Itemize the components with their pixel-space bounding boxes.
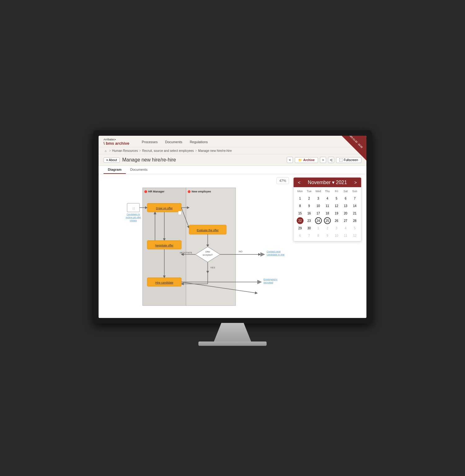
- day-header-fri: Fri: [332, 189, 341, 193]
- calendar-day[interactable]: 23: [306, 217, 312, 224]
- calendar-day[interactable]: 13: [342, 202, 349, 209]
- cal-next[interactable]: >: [353, 180, 358, 185]
- calendar-day[interactable]: 11: [342, 232, 349, 239]
- calendar-day[interactable]: 18: [324, 210, 331, 217]
- calendar-day[interactable]: 12: [333, 202, 340, 209]
- home-icon[interactable]: ⌂: [104, 148, 108, 153]
- svg-text:Offer: Offer: [205, 251, 210, 253]
- calendar-day[interactable]: 14: [351, 202, 358, 209]
- calendar-day[interactable]: 7: [306, 232, 312, 239]
- page-title: Manage new hire/re-hire: [122, 157, 176, 163]
- breadcrumb-recruit[interactable]: Recruit, source and select employees: [142, 149, 194, 152]
- calendar-day[interactable]: 3: [333, 225, 340, 231]
- calendar-day[interactable]: 26: [333, 217, 340, 224]
- svg-text:NEGOTIATE: NEGOTIATE: [180, 252, 192, 254]
- svg-text:Contact next: Contact next: [267, 250, 281, 253]
- calendar-day[interactable]: 4: [324, 195, 331, 202]
- calendar-day[interactable]: 3: [315, 195, 322, 202]
- calendar-day[interactable]: 28: [351, 217, 358, 224]
- calendar-day[interactable]: 11: [324, 202, 331, 209]
- svg-marker-43: [257, 280, 262, 284]
- logo-slash: \: [104, 141, 105, 146]
- calendar-day[interactable]: 1: [315, 225, 322, 231]
- tab-diagram[interactable]: Diagram: [104, 166, 126, 174]
- tab-documents[interactable]: Documents: [126, 166, 152, 174]
- svg-text:New employee: New employee: [192, 190, 211, 193]
- svg-text:candidate in line: candidate in line: [267, 253, 285, 256]
- nav-processes[interactable]: Processes: [142, 140, 157, 144]
- calendar-day[interactable]: 4: [342, 225, 349, 231]
- day-header-sat: Sat: [341, 189, 350, 193]
- calendar-day[interactable]: 2: [324, 225, 331, 231]
- breadcrumb-sep: >: [109, 149, 111, 152]
- calendar-day[interactable]: 19: [333, 210, 340, 217]
- archive-icon: 📁: [298, 158, 302, 162]
- svg-text:Candidates to: Candidates to: [126, 213, 140, 215]
- calendar-day[interactable]: 9: [306, 202, 312, 209]
- calendar-day[interactable]: 16: [306, 210, 312, 217]
- calendar-day[interactable]: 15: [297, 210, 303, 217]
- monitor-wrapper: 2021-11-22 · 10:32 Arribatec▪ \ bms arch…: [93, 130, 372, 346]
- calendar-day[interactable]: 12: [351, 232, 358, 239]
- calendar-day[interactable]: 25: [324, 217, 331, 224]
- svg-text:Negotiate offer: Negotiate offer: [155, 244, 174, 247]
- monitor-base: [198, 342, 267, 346]
- breadcrumb-hr[interactable]: Human Resources: [112, 149, 138, 152]
- monitor-bezel: 2021-11-22 · 10:32 Arribatec▪ \ bms arch…: [99, 136, 366, 318]
- calendar-day[interactable]: 7: [351, 195, 358, 202]
- svg-text:Employee(s): Employee(s): [264, 278, 277, 281]
- about-button[interactable]: ≡ About: [104, 157, 120, 163]
- next-arrow[interactable]: >: [320, 157, 326, 163]
- svg-rect-14: [178, 211, 181, 215]
- cal-prev[interactable]: <: [297, 180, 302, 185]
- day-header-wed: Wed: [314, 189, 323, 193]
- logo-nav-row: Arribatec▪ \ bms archive Processes Docum…: [104, 138, 361, 147]
- calendar-day[interactable]: 8: [297, 202, 303, 209]
- svg-rect-1: [186, 188, 236, 306]
- calendar-day[interactable]: 29: [297, 225, 303, 231]
- calendar-day[interactable]: 21: [351, 210, 358, 217]
- breadcrumb-sep2: >: [139, 149, 141, 152]
- svg-text:NO: NO: [239, 250, 242, 253]
- breadcrumb: ⌂ > Human Resources > Recruit, source an…: [99, 147, 366, 154]
- calendar-day[interactable]: 6: [297, 232, 303, 239]
- page-actions: < 📁 Archive > >| ⛶ Fullscreen: [287, 157, 361, 163]
- svg-text:📄: 📄: [132, 207, 135, 210]
- archive-button[interactable]: 📁 Archive: [295, 157, 318, 163]
- calendar-day[interactable]: 24: [315, 217, 322, 224]
- calendar-popup: < November ▾ 2021 > Mon Tue Wed Thu: [293, 177, 361, 241]
- main-nav: Processes Documents Regulations: [142, 140, 208, 144]
- svg-text:recieve job offer: recieve job offer: [126, 216, 141, 219]
- day-header-mon: Mon: [295, 189, 304, 193]
- nav-documents[interactable]: Documents: [165, 140, 182, 144]
- calendar-day[interactable]: 27: [342, 217, 349, 224]
- app-header: Arribatec▪ \ bms archive Processes Docum…: [99, 136, 366, 147]
- calendar-day[interactable]: 17: [315, 210, 322, 217]
- calendar-day[interactable]: 22: [297, 217, 303, 224]
- calendar-day[interactable]: 10: [333, 232, 340, 239]
- calendar-day[interactable]: 8: [315, 232, 322, 239]
- svg-text:YES: YES: [210, 266, 215, 269]
- last-arrow[interactable]: >|: [328, 157, 334, 163]
- svg-text:recruited: recruited: [264, 281, 273, 284]
- calendar-month: November ▾ 2021: [308, 179, 347, 185]
- svg-text:Draw up offer: Draw up offer: [156, 207, 173, 210]
- nav-regulations[interactable]: Regulations: [190, 140, 208, 144]
- calendar-day[interactable]: 30: [306, 225, 312, 231]
- svg-text:🔴: 🔴: [144, 190, 147, 193]
- calendar-day[interactable]: 9: [324, 232, 331, 239]
- calendar-day[interactable]: 1: [297, 195, 303, 202]
- svg-text:accepted?: accepted?: [203, 254, 213, 256]
- calendar-day[interactable]: 5: [351, 225, 358, 231]
- cal-days-header: Mon Tue Wed Thu Fri Sat Sun: [295, 189, 359, 193]
- prev-arrow[interactable]: <: [287, 157, 293, 163]
- calendar-day[interactable]: 10: [315, 202, 322, 209]
- calendar-day[interactable]: 6: [342, 195, 349, 202]
- fullscreen-icon: ⛶: [339, 158, 343, 162]
- calendar-day[interactable]: 20: [342, 210, 349, 217]
- page-title-area: ≡ About Manage new hire/re-hire: [104, 157, 176, 163]
- fullscreen-button[interactable]: ⛶ Fullscreen: [336, 157, 361, 163]
- calendar-day[interactable]: 5: [333, 195, 340, 202]
- day-header-thu: Thu: [323, 189, 332, 193]
- calendar-day[interactable]: 2: [306, 195, 312, 202]
